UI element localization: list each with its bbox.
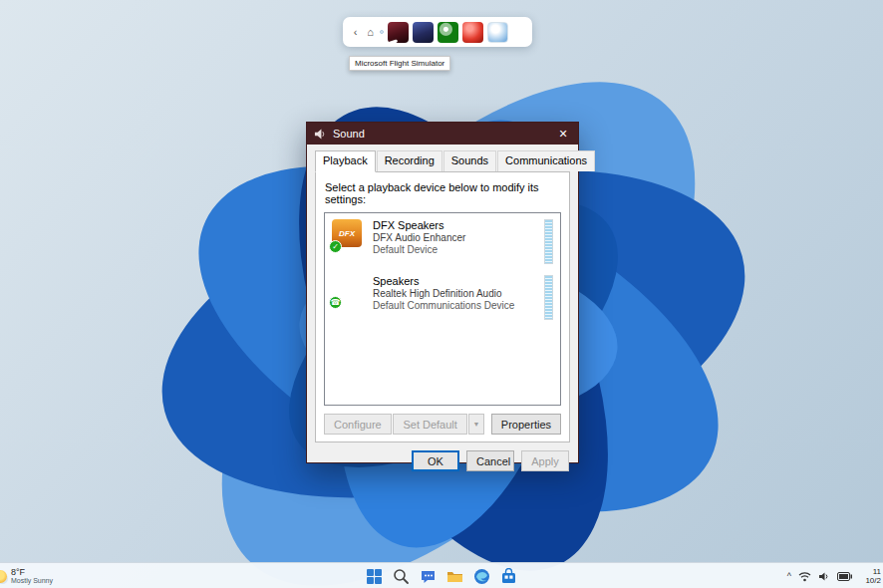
close-icon[interactable]: ✕ (553, 125, 573, 143)
dialog-title-bar[interactable]: Sound ✕ (307, 123, 578, 145)
tab-sounds[interactable]: Sounds (443, 150, 496, 171)
volume-icon[interactable] (818, 571, 830, 582)
ok-button[interactable]: OK (412, 450, 459, 471)
device-status: Default Device (373, 244, 538, 256)
taskbar-center-icons (366, 563, 517, 588)
weather-widget[interactable]: 8°F Mostly Sunny (0, 564, 53, 588)
battery-icon[interactable] (837, 572, 852, 581)
weather-sun-icon (0, 570, 7, 583)
volume-level-meter (544, 275, 553, 320)
dfx-speakers-icon: DFX ✓ (332, 218, 365, 251)
tab-communications[interactable]: Communications (497, 150, 595, 171)
dialog-title: Sound (333, 128, 365, 140)
default-check-icon: ✓ (329, 240, 342, 253)
start-button-icon[interactable] (366, 568, 383, 585)
tab-playback[interactable]: Playback (315, 150, 376, 172)
flight-globe-icon[interactable] (487, 22, 508, 43)
speaker-icon (314, 128, 327, 141)
tab-recording[interactable]: Recording (377, 150, 442, 171)
list-item-dfx-speakers[interactable]: DFX ✓ DFX Speakers DFX Audio Enhancer De… (325, 213, 560, 269)
cancel-button[interactable]: Cancel (466, 450, 514, 471)
tab-strip: Playback Recording Sounds Communications (315, 150, 570, 171)
apply-button: Apply (521, 450, 569, 471)
weather-temperature: 8°F (11, 567, 53, 577)
store-icon[interactable] (500, 568, 517, 585)
search-icon[interactable] (393, 568, 410, 585)
game-dark-red-icon[interactable] (388, 22, 409, 43)
file-explorer-icon[interactable] (446, 568, 463, 585)
speakers-icon: ☎ (332, 274, 365, 307)
communications-phone-icon: ☎ (329, 296, 342, 309)
device-name: DFX Speakers (373, 219, 538, 232)
device-description: DFX Audio Enhancer (373, 232, 538, 244)
game-bar-toolbar: ‹ ⌂ (343, 17, 532, 47)
device-status: Default Communications Device (373, 300, 538, 312)
device-action-row: Configure Set Default ▼ Properties (324, 414, 561, 435)
chat-icon[interactable] (420, 568, 437, 585)
instruction-text: Select a playback device below to modify… (325, 181, 561, 205)
weather-condition: Mostly Sunny (11, 577, 53, 585)
selected-app-highlight (380, 30, 384, 34)
desktop: ‹ ⌂ Microsoft Flight Simulator Sound ✕ P… (0, 0, 883, 588)
home-icon[interactable]: ⌂ (365, 26, 376, 38)
volume-level-meter (544, 219, 553, 264)
clock-time: 11 (859, 567, 881, 576)
clock-date: 10/2 (859, 576, 881, 585)
chevron-left-icon[interactable]: ‹ (350, 26, 361, 38)
set-default-button: Set Default (393, 414, 466, 435)
game-dark-blue-icon[interactable] (413, 22, 434, 43)
edge-icon[interactable] (473, 568, 490, 585)
taskbar: 8°F Mostly Sunny (0, 562, 883, 588)
dialog-button-row: OK Cancel Apply (307, 442, 578, 471)
list-item-speakers[interactable]: ☎ Speakers Realtek High Definition Audio… (325, 269, 560, 325)
wifi-icon[interactable] (798, 571, 811, 582)
sound-dialog: Sound ✕ Playback Recording Sounds Commun… (306, 122, 579, 463)
tray-chevron-up-icon[interactable]: ^ (787, 571, 791, 581)
playback-tab-panel: Select a playback device below to modify… (315, 171, 570, 442)
set-default-dropdown-chevron-icon: ▼ (468, 414, 484, 435)
properties-button[interactable]: Properties (491, 414, 561, 435)
system-tray: ^ 11 10/2 (787, 563, 883, 588)
device-name: Speakers (373, 275, 538, 288)
configure-button: Configure (324, 414, 392, 435)
app-tooltip: Microsoft Flight Simulator (349, 56, 450, 71)
clock[interactable]: 11 10/2 (859, 567, 881, 585)
game-red-sphere-icon[interactable] (462, 22, 483, 43)
device-description: Realtek High Definition Audio (373, 288, 538, 300)
playback-device-list: DFX ✓ DFX Speakers DFX Audio Enhancer De… (324, 212, 561, 406)
xbox-icon[interactable] (438, 22, 458, 43)
